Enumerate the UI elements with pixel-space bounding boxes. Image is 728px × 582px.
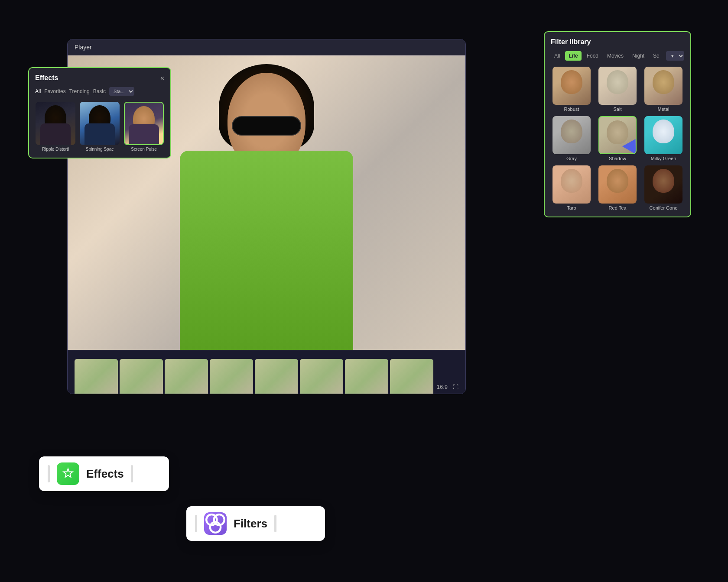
- player-timeline: [68, 350, 465, 394]
- filter-thumb-shadow: [598, 116, 637, 154]
- timeline-thumb: [165, 359, 208, 394]
- filter-label-milkygreen: Milky Green: [651, 156, 676, 161]
- filter-item-taro[interactable]: Taro: [551, 165, 592, 210]
- effects-panel: Effects « All Favorites Trending Basic S…: [28, 67, 171, 158]
- timeline-thumb: [75, 359, 118, 394]
- filter-portrait-robust: [561, 70, 582, 94]
- timeline-thumb: [120, 359, 163, 394]
- filter-label-robust: Robust: [564, 107, 579, 112]
- sunglasses-decoration: [232, 116, 301, 136]
- filter-tab-movies[interactable]: Movies: [604, 51, 627, 61]
- filter-portrait-salt: [607, 70, 628, 94]
- filters-icon: [204, 512, 227, 535]
- filters-badge-handle-right: [274, 515, 276, 532]
- effects-collapse-button[interactable]: «: [160, 74, 164, 82]
- filter-portrait-conifer: [653, 169, 674, 193]
- player-header: Player: [68, 39, 465, 55]
- filter-tabs: All Life Food Movies Night Sc ▾: [551, 51, 684, 61]
- filter-thumb-salt: [598, 67, 637, 105]
- filter-tab-all[interactable]: All: [551, 51, 563, 61]
- star-icon: [62, 467, 75, 480]
- badge-handle-right: [131, 465, 133, 482]
- filter-portrait-milkygreen: [653, 120, 674, 143]
- effect-thumb-spinning: [80, 102, 120, 145]
- filter-portrait-gray: [561, 120, 582, 143]
- filters-badge-icon: [204, 512, 227, 535]
- filter-item-robust[interactable]: Robust: [551, 67, 592, 112]
- filter-tab-life[interactable]: Life: [565, 51, 581, 61]
- filters-badge-handle-left: [195, 515, 197, 532]
- player-bottom-bar: 16:9 ⛶: [437, 384, 458, 390]
- effects-badge: Effects: [39, 456, 169, 491]
- effects-tab-favorites[interactable]: Favorites: [44, 87, 65, 95]
- effects-badge-label: Effects: [86, 467, 124, 481]
- filters-badge: Filters: [186, 506, 325, 541]
- filter-thumb-conifer: [644, 165, 682, 204]
- filter-label-redtea: Red Tea: [609, 205, 627, 210]
- filter-grid: Robust Salt Metal Gray Shadow: [551, 67, 684, 210]
- timeline-thumb: [345, 359, 388, 394]
- filter-panel-header: Filter library: [551, 38, 684, 46]
- effects-tab-trending[interactable]: Trending: [69, 87, 90, 95]
- fullscreen-icon[interactable]: ⛶: [453, 384, 458, 390]
- filter-panel-title: Filter library: [551, 38, 591, 45]
- filter-portrait-taro: [561, 169, 582, 193]
- filter-item-redtea[interactable]: Red Tea: [597, 165, 638, 210]
- filters-badge-label: Filters: [234, 517, 267, 530]
- filter-thumb-taro: [552, 165, 591, 204]
- filter-label-shadow: Shadow: [609, 156, 626, 161]
- effect-item-screenpulse[interactable]: Screen Pulse: [124, 102, 164, 152]
- effect-label-screenpulse: Screen Pulse: [131, 147, 156, 152]
- filter-label-metal: Metal: [658, 107, 670, 112]
- filter-portrait-redtea: [607, 169, 628, 193]
- filter-thumb-robust: [552, 67, 591, 105]
- effects-tabs: All Favorites Trending Basic Sta...: [35, 87, 164, 96]
- filter-item-metal[interactable]: Metal: [643, 67, 684, 112]
- filter-item-salt[interactable]: Salt: [597, 67, 638, 112]
- filter-label-gray: Gray: [566, 156, 577, 161]
- filter-item-shadow[interactable]: Shadow: [597, 116, 638, 161]
- filter-tab-sc[interactable]: Sc: [650, 51, 663, 61]
- filter-label-conifer: Conifer Cone: [650, 205, 678, 210]
- effects-grid: Ripple Distorti Spinning Spac Screen Pul…: [35, 102, 164, 152]
- filter-label-salt: Salt: [614, 107, 622, 112]
- timeline-thumb: [390, 359, 433, 394]
- filter-thumb-metal: [644, 67, 682, 105]
- filter-portrait-metal: [653, 70, 674, 94]
- filter-label-taro: Taro: [567, 205, 576, 210]
- filter-more-dropdown[interactable]: ▾: [666, 51, 684, 61]
- effects-badge-icon: [57, 462, 79, 485]
- filter-item-gray[interactable]: Gray: [551, 116, 592, 161]
- effect-item-spinning[interactable]: Spinning Spac: [79, 102, 120, 152]
- filter-tab-night[interactable]: Night: [629, 51, 648, 61]
- timeline-thumb: [210, 359, 253, 394]
- aspect-ratio-label[interactable]: 16:9: [437, 384, 448, 390]
- effects-tab-all[interactable]: All: [35, 87, 41, 95]
- effect-item-ripple[interactable]: Ripple Distorti: [35, 102, 76, 152]
- filter-item-milkygreen[interactable]: Milky Green: [643, 116, 684, 161]
- filter-item-conifer[interactable]: Conifer Cone: [643, 165, 684, 210]
- filter-tab-food[interactable]: Food: [583, 51, 602, 61]
- filter-thumb-milkygreen: [644, 116, 682, 154]
- filter-panel: Filter library All Life Food Movies Nigh…: [544, 31, 691, 217]
- timeline-thumb: [300, 359, 343, 394]
- effect-thumb-ripple: [36, 102, 75, 145]
- badge-handle-left: [48, 465, 50, 482]
- filter-thumb-gray: [552, 116, 591, 154]
- woman-body-decoration: [180, 151, 353, 350]
- effects-more-dropdown[interactable]: Sta...: [109, 87, 134, 96]
- effect-label-spinning: Spinning Spac: [86, 147, 114, 152]
- effect-label-ripple: Ripple Distorti: [42, 147, 69, 152]
- effects-tab-basic[interactable]: Basic: [93, 87, 106, 95]
- filter-thumb-redtea: [598, 165, 637, 204]
- effects-panel-title: Effects: [35, 74, 58, 82]
- effects-panel-header: Effects «: [35, 74, 164, 82]
- timeline-thumb: [255, 359, 298, 394]
- player-title: Player: [75, 44, 92, 51]
- effect-thumb-screenpulse: [124, 102, 164, 145]
